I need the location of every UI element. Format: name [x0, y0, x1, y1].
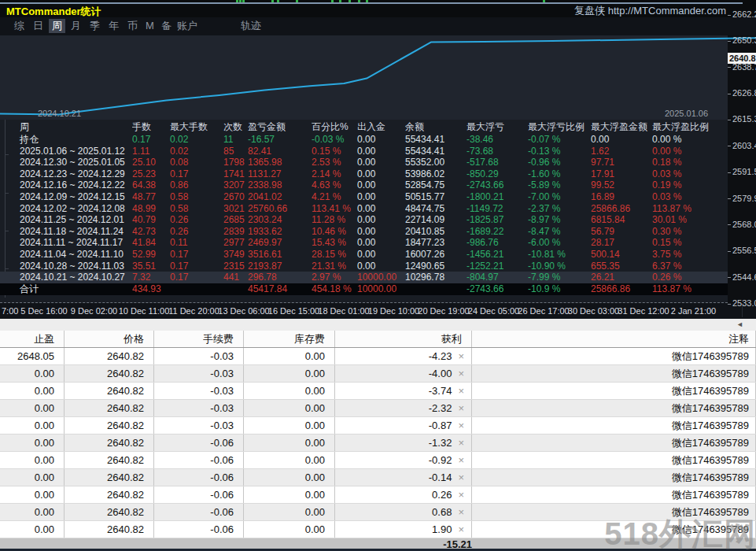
stats-cell: -1456.21: [467, 249, 528, 261]
close-trade-icon[interactable]: ×: [458, 472, 464, 483]
stats-cell: 48474.75: [405, 203, 467, 215]
profit-value: -3.74: [429, 383, 452, 399]
stats-cell: [170, 283, 223, 295]
horizontal-scrollbar[interactable]: ◄: [0, 319, 756, 331]
menu-item-4[interactable]: 月: [68, 19, 84, 33]
trade-cell: 0.00: [244, 383, 335, 399]
stats-cell: 0.86: [170, 179, 223, 191]
stats-cell: 0.58: [170, 191, 223, 203]
current-price-tag: 2640.8: [728, 53, 756, 64]
stats-cell: 10000.00: [357, 283, 405, 295]
close-trade-icon[interactable]: ×: [458, 420, 464, 431]
trade-comment: 微信1746395789: [472, 469, 756, 486]
chart-start-date: 2024.10.21: [38, 109, 81, 118]
stats-row[interactable]: 2025.01.06 ~ 2025.01.121.110.028582.410.…: [0, 146, 728, 157]
stats-cell: 0.00: [357, 179, 405, 191]
time-axis-label: 5 Dec 16:00: [20, 306, 67, 316]
trade-row[interactable]: 0.002640.82-0.030.00-4.00×微信1746395789: [0, 365, 756, 383]
stats-header-cell: 出入金: [357, 120, 405, 134]
trade-header-cell[interactable]: 获利: [335, 331, 472, 347]
stats-row[interactable]: 2024.11.11 ~ 2024.11.1741.840.1129772469…: [0, 237, 728, 249]
trade-row[interactable]: 2648.052640.82-0.030.00-4.23×微信174639578…: [0, 348, 756, 365]
stats-row[interactable]: 2024.12.23 ~ 2024.12.2925.230.1717411131…: [0, 168, 728, 180]
close-trade-icon[interactable]: ×: [458, 386, 464, 396]
stats-row[interactable]: 2024.11.18 ~ 2024.11.2442.730.2628391933…: [0, 226, 728, 238]
stats-row[interactable]: 2024.12.02 ~ 2024.12.0848.990.5830212576…: [0, 203, 728, 215]
stats-row[interactable]: 2024.11.04 ~ 2024.11.1052.990.1737493516…: [0, 249, 728, 261]
stats-row[interactable]: 2024.10.21 ~ 2024.10.277.320.17441296.78…: [0, 272, 728, 283]
stats-header-cell: 最大浮亏: [467, 120, 528, 134]
close-trade-icon[interactable]: ×: [458, 507, 464, 517]
stats-cell: 2.97 %: [312, 272, 357, 283]
menu-item-2[interactable]: 日: [30, 19, 46, 33]
time-axis-label: 24 Dec 05:00: [468, 306, 519, 316]
trade-marker-icon: [236, 0, 238, 2]
trade-row[interactable]: 0.002640.82-0.060.00-0.14×微信1746395789: [0, 469, 756, 486]
trade-row[interactable]: 0.002640.82-0.060.000.26×微信1746395789: [0, 486, 756, 504]
menu-item-11[interactable]: 轨迹: [238, 19, 264, 33]
scroll-left-arrow-icon[interactable]: ◄: [736, 320, 743, 328]
trade-row[interactable]: 0.002640.82-0.060.00-0.92×微信1746395789: [0, 452, 756, 469]
stats-row[interactable]: 2024.12.16 ~ 2024.12.2264.380.8632072338…: [0, 179, 728, 191]
menu-item-10[interactable]: 账户: [174, 19, 201, 33]
stats-cell: 113.87 %: [652, 283, 728, 295]
trade-header-cell[interactable]: 价格: [65, 331, 154, 347]
close-trade-icon[interactable]: ×: [458, 490, 464, 500]
profit-value: -0.92: [429, 452, 452, 468]
trade-row[interactable]: 0.002640.82-0.030.00-0.87×微信1746395789: [0, 417, 756, 435]
menu-item-5[interactable]: 季: [87, 19, 103, 33]
stats-cell: 0.00: [357, 168, 405, 180]
stats-cell: 1.62: [591, 146, 652, 157]
time-axis[interactable]: 7:005 Dec 16:009 Dec 02:0010 Dec 11:0011…: [0, 302, 728, 318]
stats-cell: 1131.27: [248, 168, 312, 180]
trade-row[interactable]: 0.002640.82-0.060.00-1.32×微信1746395789: [0, 435, 756, 452]
menu-item-8[interactable]: M: [142, 19, 157, 33]
menu-item-6[interactable]: 年: [105, 19, 122, 33]
stats-cell: 0.00: [357, 261, 405, 272]
close-trade-icon[interactable]: ×: [458, 455, 464, 465]
trade-cell: -0.06: [154, 486, 244, 503]
stats-row-label: 2024.12.16 ~ 2024.12.22: [0, 179, 132, 191]
price-tick: 2533.0: [728, 298, 756, 308]
close-trade-icon[interactable]: ×: [458, 438, 464, 448]
stats-header-cell: 手数: [132, 120, 170, 134]
stats-cell: 52854.75: [405, 179, 467, 191]
trade-header-cell[interactable]: 止盈: [0, 331, 65, 347]
stats-cell: -38.46: [467, 134, 528, 146]
stats-row[interactable]: 2024.11.25 ~ 2024.12.0140.790.2626852303…: [0, 214, 728, 226]
close-trade-icon[interactable]: ×: [458, 403, 464, 413]
stats-header-cell: 最大浮盈金额: [591, 120, 652, 134]
menu-item-3[interactable]: 周: [49, 19, 65, 33]
close-trade-icon[interactable]: ×: [458, 368, 464, 379]
stats-cell: 434.93: [132, 283, 170, 295]
stats-row[interactable]: 持仓0.170.0211-16.57-0.03 %0.0055434.41-38…: [0, 134, 728, 146]
stats-row[interactable]: 2024.12.09 ~ 2024.12.1548.770.5826702041…: [0, 191, 728, 203]
trade-header-cell[interactable]: 手续费: [154, 331, 244, 347]
trade-row[interactable]: 0.002640.82-0.030.00-3.74×微信1746395789: [0, 383, 756, 400]
trade-comment: 微信1746395789: [472, 400, 756, 416]
price-tick: 2603.4: [728, 141, 756, 150]
trade-cell: 2640.82: [65, 417, 154, 434]
stats-cell: 16007.26: [405, 249, 467, 261]
stats-cell: 2670: [223, 191, 248, 203]
stats-cell: 20410.85: [405, 226, 467, 238]
trade-marker-icon: [366, 0, 368, 2]
trade-row[interactable]: 0.002640.82-0.030.00-2.32×微信1746395789: [0, 400, 756, 417]
brand-link[interactable]: 复盘侠 http://MTCommander.com: [574, 4, 726, 18]
menu-item-9[interactable]: 备: [158, 19, 175, 33]
stats-cell: 52.99: [132, 249, 170, 261]
price-axis[interactable]: 2662.22650.32638.72626.82615.32603.42591…: [728, 6, 756, 317]
menu-item-7[interactable]: 币: [124, 19, 141, 33]
trade-cell: 0.00: [0, 469, 65, 486]
trade-header-cell[interactable]: 库存费: [244, 331, 335, 347]
trade-marker-icon: [242, 0, 245, 2]
menu-item-1[interactable]: 综: [11, 19, 28, 33]
stats-row[interactable]: 2024.12.30 ~ 2025.01.0525.100.0817981365…: [0, 157, 728, 168]
stats-total-row[interactable]: 合计434.9345417.84454.18 %10000.00-2743.66…: [0, 283, 728, 295]
close-trade-icon[interactable]: ×: [458, 524, 464, 534]
stats-row[interactable]: 2024.10.28 ~ 2024.11.0335.510.1723152193…: [0, 261, 728, 272]
trade-comment: 微信1746395789: [472, 348, 756, 364]
trade-header-cell[interactable]: 注释: [472, 331, 756, 347]
stats-cell: 500.14: [591, 249, 652, 261]
close-trade-icon[interactable]: ×: [458, 351, 464, 361]
